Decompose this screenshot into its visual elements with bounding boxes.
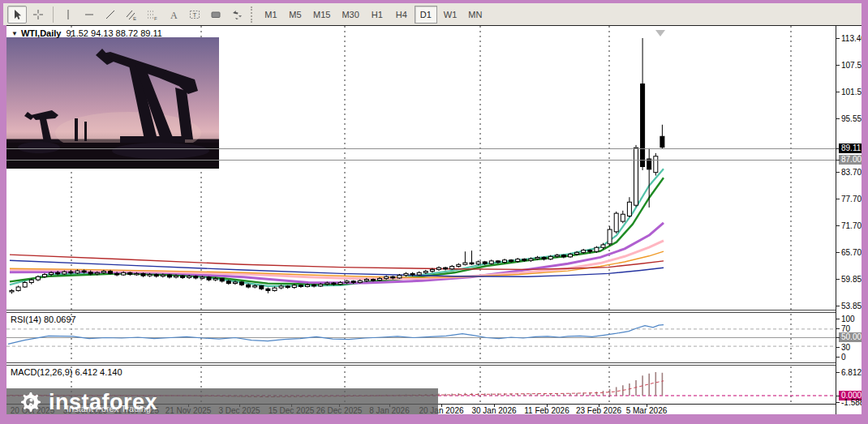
label-button[interactable]: T <box>185 6 204 24</box>
timeframe-d1[interactable]: D1 <box>415 6 437 24</box>
rsi-label: RSI(14) 80.0697 <box>11 315 76 324</box>
candle-body <box>69 272 73 273</box>
candle-body <box>535 257 539 259</box>
brand-tagline: Instant Forex Trading <box>67 404 151 413</box>
axis-tick <box>836 279 840 280</box>
shapes-icon <box>209 8 222 21</box>
panel-resize-handle-macd[interactable] <box>6 362 862 366</box>
svg-text:F: F <box>154 16 157 21</box>
candle-body <box>503 260 507 263</box>
candle-body <box>621 214 625 221</box>
axis-tick <box>836 199 840 199</box>
fibonacci-button[interactable]: F <box>143 6 162 24</box>
timeframe-h1[interactable]: H1 <box>366 6 389 24</box>
axis-tick <box>836 306 840 306</box>
arrows-button[interactable] <box>227 6 247 24</box>
axis-tick <box>836 92 840 92</box>
candle-body <box>627 202 631 216</box>
candle-body <box>601 245 605 247</box>
candle-body <box>181 276 185 277</box>
channel-button[interactable]: E <box>122 6 141 24</box>
candle-body <box>608 229 612 244</box>
timeframe-mn[interactable]: MN <box>463 6 487 24</box>
candle-body <box>128 272 132 274</box>
timeframe-w1[interactable]: W1 <box>439 6 462 24</box>
rsi-scale-label: 50.0000 <box>839 332 862 342</box>
price-label: 53.85 <box>841 302 862 311</box>
candle-body <box>240 282 244 285</box>
price-label: 107.55 <box>841 61 862 70</box>
candle-body <box>109 272 113 274</box>
axis-tick <box>836 225 840 226</box>
date-label: 5 Mar 2026 <box>626 406 668 414</box>
horizontal-line-button[interactable] <box>79 6 99 24</box>
candle-body <box>36 276 40 280</box>
arrows-icon <box>230 8 243 21</box>
price-axis[interactable]: 113.40107.55101.5595.5583.7077.7071.7065… <box>836 26 862 414</box>
toolbar-separator <box>53 6 54 23</box>
candle-body <box>154 274 158 276</box>
candle-body <box>233 282 237 284</box>
timeframe-m15[interactable]: M15 <box>308 6 335 24</box>
candle-body <box>10 290 14 292</box>
timeframe-m30[interactable]: M30 <box>337 6 363 24</box>
candle-body <box>410 273 415 275</box>
date-tick <box>599 404 599 407</box>
axis-tick <box>836 252 840 253</box>
candle-body <box>476 262 480 264</box>
rsi-scale-label: 0 <box>841 353 846 362</box>
bid-price-label: 89.11 <box>839 143 862 153</box>
vertical-line-button[interactable] <box>58 6 78 24</box>
price-label: 95.55 <box>841 114 862 123</box>
candle-body <box>542 257 546 259</box>
candle-body <box>516 259 520 262</box>
price-line-8700[interactable] <box>6 160 836 161</box>
crosshair-button[interactable] <box>28 6 48 24</box>
horizontal-line-icon <box>83 8 96 21</box>
candle-body <box>49 272 54 274</box>
candle-body <box>247 285 251 287</box>
macd-scale-label: -1.588 <box>841 398 862 407</box>
candle-body <box>385 276 389 278</box>
price-line-8911[interactable] <box>6 148 836 149</box>
candle-body <box>56 272 60 274</box>
axis-tick <box>836 65 840 66</box>
panel-resize-handle-rsi[interactable] <box>6 310 862 313</box>
candle-body <box>457 264 461 266</box>
candle-body <box>194 276 198 278</box>
gear-icon <box>18 390 42 414</box>
toolbar-grip[interactable] <box>251 6 254 23</box>
candle-body <box>88 272 92 274</box>
axis-tick <box>836 396 840 396</box>
candle-body <box>509 260 513 262</box>
date-tick <box>494 404 495 407</box>
candle-body <box>437 268 441 269</box>
candle-body <box>220 278 224 281</box>
rsi-plot[interactable] <box>6 313 836 362</box>
candle-body <box>378 278 382 280</box>
candle-body <box>148 274 152 276</box>
timeframe-h4[interactable]: H4 <box>390 6 413 24</box>
timeframe-m1[interactable]: M1 <box>260 6 282 24</box>
candle-body <box>588 251 592 252</box>
candle-body <box>496 261 500 263</box>
symbol-dropdown-icon[interactable]: ▼ <box>11 30 18 37</box>
axis-tick <box>836 118 840 119</box>
shapes-button[interactable] <box>206 6 226 24</box>
candle-body <box>207 277 211 280</box>
trendline-button[interactable] <box>101 6 120 24</box>
candle-body <box>319 285 323 286</box>
candle-body <box>115 273 119 275</box>
text-icon: A <box>167 8 180 21</box>
candle-body <box>483 262 487 263</box>
timeframe-m5[interactable]: M5 <box>284 6 307 24</box>
candle-body <box>338 282 342 284</box>
chart-area[interactable]: ▼ WTI,Daily 91.52 94.13 88.72 89.11 RSI(… <box>6 25 862 414</box>
axis-tick <box>836 402 840 403</box>
svg-text:A: A <box>170 9 178 20</box>
chart-shift-icon[interactable] <box>655 30 665 36</box>
axis-tick <box>836 347 840 348</box>
text-button[interactable]: A <box>164 6 183 24</box>
terminal-window: EFATM1M5M15M30H1H4D1W1MN ▼ WTI,Daily 91.… <box>0 0 868 424</box>
cursor-button[interactable] <box>7 6 27 24</box>
